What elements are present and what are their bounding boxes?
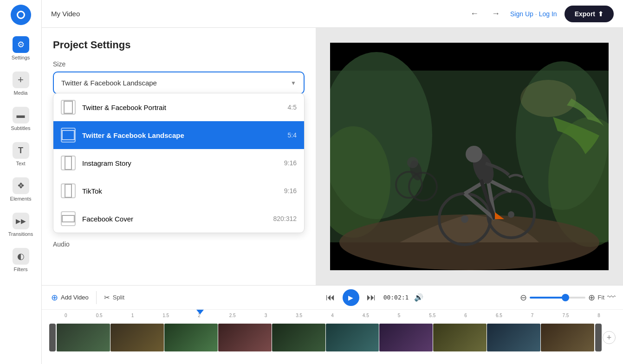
text-icon: T	[13, 142, 29, 159]
preview-area	[316, 28, 623, 285]
sidebar-item-text[interactable]: T Text	[2, 138, 39, 170]
elements-icon: ❖	[13, 177, 29, 194]
media-icon: +	[13, 72, 29, 88]
dropdown-item-facebook-cover[interactable]: Facebook Cover 820:312	[53, 205, 304, 233]
thumb-portrait	[61, 100, 76, 115]
zoom-controls: ⊖ ⊕ Fit 〰	[429, 292, 616, 303]
sign-up-link[interactable]: Sign Up	[510, 10, 533, 18]
subtitles-icon: ▬	[13, 107, 29, 124]
ruler-mark-75: 7.5	[549, 313, 582, 318]
sidebar-item-label-settings: Settings	[12, 55, 30, 60]
sidebar-item-transitions[interactable]: ▶▶ Transitions	[2, 209, 39, 240]
zoom-out-button[interactable]: ⊖	[520, 292, 527, 303]
export-icon: ⬆	[598, 10, 604, 18]
add-video-icon: ⊕	[51, 292, 58, 303]
divider-1	[96, 291, 97, 304]
fit-button[interactable]: Fit	[598, 294, 604, 301]
dropdown-item-name-landscape: Twitter & Facebook Landscape	[82, 131, 281, 139]
dropdown-item-landscape[interactable]: Twitter & Facebook Landscape 5:4	[53, 121, 304, 149]
svg-point-9	[461, 215, 468, 223]
dropdown-item-ratio-tiktok: 9:16	[284, 187, 297, 195]
ruler-mark-35: 3.5	[282, 313, 316, 318]
ruler-mark-8: 8	[582, 313, 616, 318]
playhead[interactable]	[196, 310, 204, 314]
thumb-tiktok	[61, 183, 76, 198]
split-button[interactable]: ✂ Split	[102, 292, 126, 304]
ruler-mark-6: 6	[449, 313, 482, 318]
ruler-mark-3: 3	[249, 313, 283, 318]
auth-links: Sign Up · Log In	[510, 10, 557, 18]
frame-8	[433, 324, 487, 351]
track-handle-right[interactable]	[595, 324, 602, 351]
rewind-button[interactable]: ⏮	[324, 290, 337, 305]
audio-section-label: Audio	[53, 240, 70, 248]
thumb-landscape	[61, 128, 76, 143]
left-panel: Project Settings Size Twitter & Facebook…	[42, 28, 316, 285]
ruler-mark-15: 1.5	[149, 313, 182, 318]
timeline: 0 0.5 1 1.5 2 2.5 3 3.5 4 4.5 5 5.5 6 6.…	[42, 310, 623, 364]
video-frame	[330, 43, 609, 270]
ruler-mark-65: 6.5	[482, 313, 516, 318]
sidebar-item-filters[interactable]: ◐ Filters	[2, 244, 39, 276]
frame-2	[110, 324, 164, 351]
ruler-mark-25: 2.5	[216, 313, 249, 318]
sidebar-item-label-elements: Elements	[10, 196, 32, 202]
volume-button[interactable]: 🔊	[414, 293, 423, 302]
ruler-mark-1: 1	[116, 313, 149, 318]
time-display: 00:02:1	[383, 294, 409, 301]
ruler-mark-4: 4	[316, 313, 349, 318]
svg-point-11	[508, 211, 514, 218]
dropdown-item-name-portrait: Twitter & Facebook Portrait	[82, 104, 281, 111]
app-logo[interactable]	[11, 5, 31, 25]
add-clip-button[interactable]: +	[603, 331, 616, 344]
dropdown-item-name-instagram: Instagram Story	[82, 159, 278, 167]
dropdown-item-name-tiktok: TikTok	[82, 187, 278, 195]
ruler-mark-55: 5.5	[415, 313, 449, 318]
controls-bar: ⊕ Add Video ✂ Split ⏮ ▶ ⏭ 00:02:1 🔊 ⊖ ⊕ …	[42, 286, 623, 310]
export-button[interactable]: Export ⬆	[565, 6, 614, 22]
sidebar-item-subtitles[interactable]: ▬ Subtitles	[2, 103, 39, 135]
sidebar-item-elements[interactable]: ❖ Elements	[2, 174, 39, 205]
size-label: Size	[53, 60, 305, 68]
size-dropdown-trigger[interactable]: Twitter & Facebook Landscape ▼	[53, 72, 305, 94]
bottom-controls: ⊕ Add Video ✂ Split ⏮ ▶ ⏭ 00:02:1 🔊 ⊖ ⊕ …	[42, 285, 623, 364]
dropdown-item-portrait[interactable]: Twitter & Facebook Portrait 4:5	[53, 93, 304, 121]
size-dropdown-list: Twitter & Facebook Portrait 4:5 Twitter …	[53, 93, 305, 233]
frame-7	[379, 324, 433, 351]
zoom-thumb	[562, 294, 569, 301]
video-title: My Video	[51, 10, 460, 18]
svg-point-13	[466, 146, 482, 162]
dropdown-item-ratio-instagram: 9:16	[284, 159, 297, 167]
undo-button[interactable]: ←	[467, 7, 481, 20]
waveform-button[interactable]: 〰	[607, 292, 616, 302]
timeline-track: +	[42, 321, 623, 354]
settings-icon: ⚙	[13, 36, 29, 53]
video-scene-svg	[330, 43, 609, 270]
ruler-mark-7: 7	[516, 313, 549, 318]
sidebar-item-media[interactable]: + Media	[2, 68, 39, 99]
track-handle-left[interactable]	[49, 324, 56, 351]
dropdown-item-name-facebook-cover: Facebook Cover	[82, 215, 266, 223]
add-video-button[interactable]: ⊕ Add Video	[49, 291, 91, 305]
transitions-icon: ▶▶	[13, 213, 29, 229]
timeline-ruler: 0 0.5 1 1.5 2 2.5 3 3.5 4 4.5 5 5.5 6 6.…	[42, 310, 623, 321]
main-content: My Video ← → Sign Up · Log In Export ⬆ P…	[42, 0, 623, 364]
scissors-icon: ✂	[104, 293, 110, 302]
log-in-link[interactable]: Log In	[539, 10, 557, 18]
sidebar-item-settings[interactable]: ⚙ Settings	[2, 32, 39, 64]
sidebar-item-label-text: Text	[16, 161, 25, 166]
zoom-slider[interactable]	[530, 297, 585, 299]
ruler-mark-0: 0	[49, 313, 83, 318]
redo-button[interactable]: →	[489, 7, 503, 20]
filters-icon: ◐	[13, 248, 29, 265]
selected-option-label: Twitter & Facebook Landscape	[61, 79, 157, 87]
play-button[interactable]: ▶	[343, 289, 359, 306]
ruler-mark-5: 5	[383, 313, 416, 318]
dropdown-item-ratio-portrait: 4:5	[288, 104, 297, 111]
dropdown-item-instagram[interactable]: Instagram Story 9:16	[53, 149, 304, 177]
frame-1	[57, 324, 110, 351]
dropdown-item-tiktok[interactable]: TikTok 9:16	[53, 177, 304, 205]
ruler-numbers: 0 0.5 1 1.5 2 2.5 3 3.5 4 4.5 5 5.5 6 6.…	[49, 313, 616, 318]
fast-forward-button[interactable]: ⏭	[365, 290, 378, 305]
zoom-in-button[interactable]: ⊕	[588, 292, 595, 303]
